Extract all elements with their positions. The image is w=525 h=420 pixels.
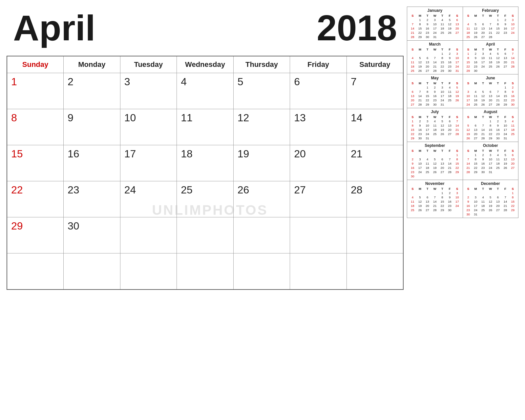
mini-day-cell	[472, 191, 479, 195]
mini-day-cell: 10	[472, 199, 479, 204]
mini-cal-table: SMTWTFS123456789101112131415161718192021…	[409, 81, 461, 107]
mini-header-cell: M	[416, 13, 424, 18]
mini-day-cell	[487, 212, 494, 216]
mini-day-cell: 26	[416, 69, 424, 73]
mini-day-cell: 21	[479, 132, 487, 136]
mini-day-cell: 7	[409, 22, 416, 26]
mini-day-cell	[487, 69, 494, 73]
mini-day-cell: 15	[509, 199, 516, 204]
mini-day-cell: 26	[439, 132, 446, 136]
mini-day-cell	[487, 191, 494, 195]
mini-day-cell: 7	[431, 195, 439, 199]
mini-day-cell: 23	[502, 30, 509, 35]
mini-day-cell: 28	[502, 208, 509, 212]
mini-header-cell: S	[409, 149, 416, 153]
mini-day-cell	[416, 153, 424, 157]
mini-day-cell: 26	[416, 208, 424, 212]
mini-header-cell: S	[509, 187, 516, 191]
mini-day-cell: 7	[446, 157, 453, 161]
mini-day-cell: 6	[424, 56, 431, 60]
mini-day-cell: 24	[424, 132, 431, 136]
mini-day-cell: 30	[472, 69, 479, 73]
mini-day-cell: 2	[494, 119, 502, 123]
mini-day-cell: 21	[487, 30, 494, 35]
mini-day-cell	[424, 191, 431, 195]
mini-day-cell: 29	[409, 136, 416, 140]
mini-day-cell: 2	[502, 18, 509, 22]
mini-day-cell: 18	[446, 94, 453, 98]
mini-month-row: MarchSMTWTFS1234567891011121314151617181…	[407, 41, 518, 74]
mini-month-february: FebruarySMTWTFS1234567891011121314151617…	[463, 7, 518, 40]
april-day-cell	[290, 217, 347, 253]
mini-day-cell: 3	[472, 195, 479, 199]
mini-month-april: AprilSMTWTFS1234567891011121314151617181…	[463, 41, 518, 74]
mini-month-july: JulySMTWTFS12345678910111213141516171819…	[407, 108, 463, 142]
mini-header-cell: S	[409, 47, 416, 51]
mini-day-cell: 3	[509, 18, 516, 22]
mini-day-cell: 20	[446, 128, 453, 132]
mini-header-cell: T	[479, 115, 487, 119]
mini-day-cell	[502, 212, 509, 216]
mini-day-cell: 20	[424, 64, 431, 69]
mini-header-cell: S	[453, 47, 461, 51]
mini-day-cell	[453, 102, 461, 107]
mini-day-cell: 10	[416, 161, 424, 166]
mini-day-cell: 14	[446, 161, 453, 166]
mini-day-cell: 19	[446, 26, 453, 30]
mini-day-cell	[502, 191, 509, 195]
mini-header-cell: F	[446, 115, 453, 119]
mini-day-cell: 22	[439, 204, 446, 208]
mini-day-cell: 22	[465, 64, 472, 69]
mini-day-cell: 15	[416, 26, 424, 30]
mini-month-november: NovemberSMTWTFS1234567891011121314151617…	[407, 180, 463, 218]
mini-header-cell: W	[431, 81, 439, 85]
mini-day-cell: 2	[424, 18, 431, 22]
mini-day-cell: 14	[487, 26, 494, 30]
mini-day-cell	[494, 212, 502, 216]
april-day-cell: 27	[290, 181, 347, 217]
mini-day-cell: 23	[409, 170, 416, 174]
mini-day-cell: 28	[494, 102, 502, 107]
mini-day-cell: 6	[453, 18, 461, 22]
april-day-cell: 9	[64, 109, 120, 145]
mini-day-cell: 21	[446, 166, 453, 170]
mini-day-cell: 12	[502, 157, 509, 161]
mini-day-cell: 23	[416, 132, 424, 136]
mini-header-cell: W	[431, 115, 439, 119]
mini-day-cell	[502, 170, 509, 174]
mini-day-cell: 2	[446, 51, 453, 56]
mini-day-cell: 17	[472, 204, 479, 208]
mini-day-cell: 2	[409, 157, 416, 161]
mini-header-cell: M	[472, 13, 479, 18]
mini-header-cell: T	[479, 187, 487, 191]
mini-day-cell: 22	[502, 98, 509, 102]
mini-day-cell: 20	[424, 204, 431, 208]
mini-day-cell: 18	[409, 204, 416, 208]
mini-header-cell: W	[431, 187, 439, 191]
mini-day-cell: 18	[479, 204, 487, 208]
mini-day-cell: 16	[472, 60, 479, 64]
mini-day-cell: 20	[453, 26, 461, 30]
mini-day-cell	[502, 69, 509, 73]
mini-header-cell: W	[487, 187, 494, 191]
mini-day-cell: 4	[431, 119, 439, 123]
mini-day-cell: 26	[487, 208, 494, 212]
mini-day-cell: 27	[472, 136, 479, 140]
mini-day-cell: 17	[479, 60, 487, 64]
mini-day-cell	[453, 35, 461, 39]
mini-day-cell: 27	[487, 102, 494, 107]
mini-day-cell: 27	[439, 170, 446, 174]
mini-day-cell: 31	[487, 170, 494, 174]
mini-day-cell: 29	[509, 208, 516, 212]
mini-day-cell: 11	[409, 199, 416, 204]
mini-day-cell: 5	[431, 157, 439, 161]
mini-day-cell: 10	[453, 56, 461, 60]
mini-day-cell: 4	[439, 18, 446, 22]
mini-day-cell: 23	[465, 208, 472, 212]
mini-header-cell: F	[446, 187, 453, 191]
mini-day-cell: 5	[465, 123, 472, 128]
mini-day-cell: 28	[416, 102, 424, 107]
mini-day-cell	[509, 136, 516, 140]
mini-day-cell: 7	[416, 90, 424, 94]
mini-day-cell: 9	[472, 56, 479, 60]
